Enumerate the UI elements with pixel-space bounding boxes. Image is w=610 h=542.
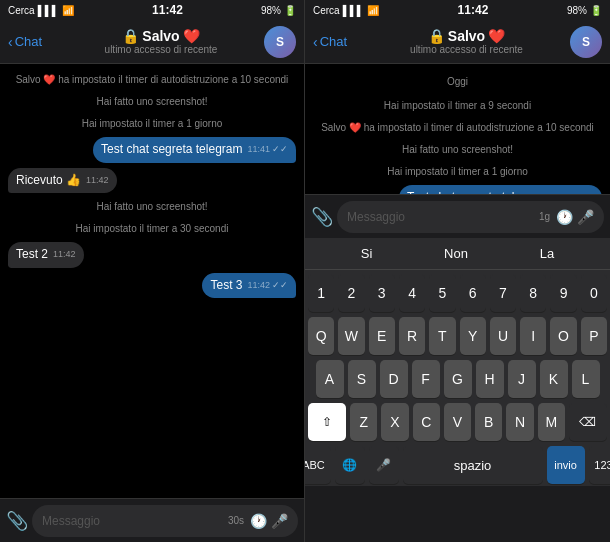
sys-msg-1: Salvo ❤️ ha impostato il timer di autodi… xyxy=(10,72,295,87)
key-z[interactable]: Z xyxy=(350,403,377,441)
chevron-icon-left: ‹ xyxy=(8,34,13,50)
key-r[interactable]: R xyxy=(399,317,425,355)
key-0[interactable]: 0 xyxy=(581,274,607,312)
attach-icon-left[interactable]: 📎 xyxy=(6,510,28,532)
clock-icon-right: 🕐 xyxy=(556,209,573,225)
keyboard: Si Non La 1 2 3 4 5 6 7 8 9 0 xyxy=(305,238,610,486)
key-9[interactable]: 9 xyxy=(550,274,576,312)
sys-msg-3: Hai impostato il timer a 1 giorno xyxy=(76,116,229,131)
sys-msg-5: Hai impostato il timer a 30 secondi xyxy=(70,221,235,236)
battery-icon-right: 🔋 xyxy=(590,5,602,16)
suggestion-non[interactable]: Non xyxy=(432,242,480,265)
avatar-left[interactable]: S xyxy=(264,26,296,58)
timer-left: 30s xyxy=(228,515,244,526)
keyboard-suggestions: Si Non La xyxy=(305,238,610,270)
input-bar-left: 📎 Messaggio 30s 🕐 🎤 xyxy=(0,498,304,542)
status-bar-right: Cerca ▌▌▌ 📶 11:42 98% 🔋 xyxy=(305,0,610,20)
today-label: Oggi xyxy=(437,74,478,89)
key-s[interactable]: S xyxy=(348,360,376,398)
nav-title-right: 🔒 Salvo ❤️ xyxy=(428,28,505,44)
key-i[interactable]: I xyxy=(520,317,546,355)
key-row-bottom: ABC 🌐 🎤 spazio invio 123 xyxy=(308,446,607,484)
contact-name-right: Salvo xyxy=(448,28,485,44)
key-e[interactable]: E xyxy=(369,317,395,355)
key-k[interactable]: K xyxy=(540,360,568,398)
key-5[interactable]: 5 xyxy=(429,274,455,312)
key-p[interactable]: P xyxy=(581,317,607,355)
key-b[interactable]: B xyxy=(475,403,502,441)
message-input-left[interactable]: Messaggio 30s 🕐 🎤 xyxy=(32,505,298,537)
key-f[interactable]: F xyxy=(412,360,440,398)
back-button-left[interactable]: ‹ Chat xyxy=(8,34,58,50)
attach-icon-right[interactable]: 📎 xyxy=(311,206,333,228)
msg-outgoing-1: Test chat segreta telegram 11:41 ✓✓ xyxy=(8,137,296,163)
chat-area-left: Salvo ❤️ ha impostato il timer di autodi… xyxy=(0,64,304,498)
nav-center-right: 🔒 Salvo ❤️ ultimo accesso di recente xyxy=(363,28,570,55)
keyboard-rows: 1 2 3 4 5 6 7 8 9 0 Q W E R T xyxy=(305,270,610,486)
signal-right: ▌▌▌ xyxy=(343,5,364,16)
key-x[interactable]: X xyxy=(381,403,408,441)
key-4[interactable]: 4 xyxy=(399,274,425,312)
sys-msg-4: Hai fatto uno screenshot! xyxy=(90,199,213,214)
key-row-asdf: A S D F G H J K L xyxy=(308,360,607,398)
sys-msg-2: Hai fatto uno screenshot! xyxy=(90,94,213,109)
key-m[interactable]: M xyxy=(538,403,565,441)
key-3[interactable]: 3 xyxy=(369,274,395,312)
sys-msg-r2: Salvo ❤️ ha impostato il timer di autodi… xyxy=(315,120,600,135)
key-t[interactable]: T xyxy=(429,317,455,355)
key-w[interactable]: W xyxy=(338,317,364,355)
timer-right: 1g xyxy=(539,211,550,222)
battery-icon-left: 🔋 xyxy=(284,5,296,16)
input-icons-right: 🕐 🎤 xyxy=(556,209,594,225)
back-label-right: Chat xyxy=(320,34,347,49)
key-row-qwerty: Q W E R T Y U I O P xyxy=(308,317,607,355)
placeholder-left: Messaggio xyxy=(42,514,222,528)
key-6[interactable]: 6 xyxy=(460,274,486,312)
placeholder-right: Messaggio xyxy=(347,210,533,224)
mic-icon-left[interactable]: 🎤 xyxy=(271,513,288,529)
suggestion-la[interactable]: La xyxy=(528,242,566,265)
key-7[interactable]: 7 xyxy=(490,274,516,312)
key-n[interactable]: N xyxy=(506,403,533,441)
key-a[interactable]: A xyxy=(316,360,344,398)
key-h[interactable]: H xyxy=(476,360,504,398)
signal-left: ▌▌▌ xyxy=(38,5,59,16)
key-j[interactable]: J xyxy=(508,360,536,398)
backspace-key[interactable]: ⌫ xyxy=(569,403,607,441)
key-c[interactable]: C xyxy=(413,403,440,441)
key-u[interactable]: U xyxy=(490,317,516,355)
heart-right: ❤️ xyxy=(488,28,505,44)
nav-bar-right: ‹ Chat 🔒 Salvo ❤️ ultimo accesso di rece… xyxy=(305,20,610,64)
123-key[interactable]: 123 xyxy=(589,446,611,484)
mic-icon-right[interactable]: 🎤 xyxy=(577,209,594,225)
key-1[interactable]: 1 xyxy=(308,274,334,312)
contact-name-left: Salvo xyxy=(142,28,179,44)
key-d[interactable]: D xyxy=(380,360,408,398)
suggestion-si[interactable]: Si xyxy=(349,242,385,265)
back-label-left: Chat xyxy=(15,34,42,49)
key-q[interactable]: Q xyxy=(308,317,334,355)
time-right: 11:42 xyxy=(458,3,489,17)
key-8[interactable]: 8 xyxy=(520,274,546,312)
abc-key[interactable]: ABC xyxy=(305,446,331,484)
key-row-numbers: 1 2 3 4 5 6 7 8 9 0 xyxy=(308,274,607,312)
message-input-right[interactable]: Messaggio 1g 🕐 🎤 xyxy=(337,201,604,233)
carrier-left: Cerca xyxy=(8,5,35,16)
invio-key[interactable]: invio xyxy=(547,446,585,484)
key-g[interactable]: G xyxy=(444,360,472,398)
mic-keyboard-key[interactable]: 🎤 xyxy=(369,446,399,484)
heart-left: ❤️ xyxy=(183,28,200,44)
avatar-right[interactable]: S xyxy=(570,26,602,58)
key-y[interactable]: Y xyxy=(460,317,486,355)
shift-key[interactable]: ⇧ xyxy=(308,403,346,441)
key-o[interactable]: O xyxy=(550,317,576,355)
globe-key[interactable]: 🌐 xyxy=(335,446,365,484)
wifi-left: 📶 xyxy=(62,5,74,16)
key-v[interactable]: V xyxy=(444,403,471,441)
status-bar-left: Cerca ▌▌▌ 📶 11:42 98% 🔋 xyxy=(0,0,304,20)
back-button-right[interactable]: ‹ Chat xyxy=(313,34,363,50)
key-l[interactable]: L xyxy=(572,360,600,398)
left-panel: Cerca ▌▌▌ 📶 11:42 98% 🔋 ‹ Chat 🔒 Salvo ❤… xyxy=(0,0,305,542)
key-2[interactable]: 2 xyxy=(338,274,364,312)
space-key[interactable]: spazio xyxy=(403,446,543,484)
